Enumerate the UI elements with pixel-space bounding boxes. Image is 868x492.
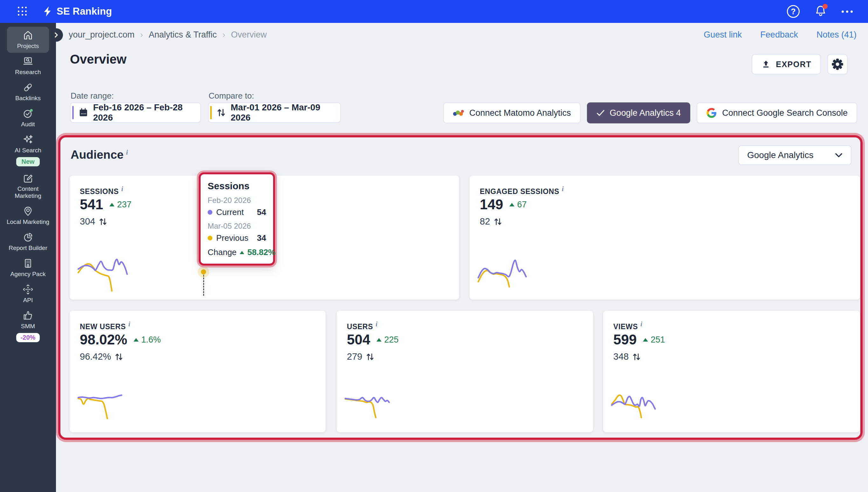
export-label: EXPORT bbox=[776, 60, 811, 69]
sparkles-icon bbox=[23, 134, 33, 145]
metric-value: 98.02% bbox=[80, 332, 127, 348]
breadcrumb-project[interactable]: your_project.com bbox=[69, 30, 134, 40]
swap-values-icon[interactable] bbox=[366, 352, 374, 361]
info-icon[interactable]: i bbox=[562, 185, 564, 193]
chart-hover-point bbox=[201, 269, 206, 274]
triangle-up-icon bbox=[109, 203, 114, 206]
triangle-up-icon bbox=[643, 338, 648, 342]
tooltip-current-label: Current bbox=[216, 207, 244, 217]
gear-icon bbox=[831, 58, 844, 71]
sidebar-item-smm[interactable]: SMM -20% bbox=[4, 307, 52, 345]
triangle-up-icon bbox=[133, 338, 138, 342]
chevron-down-icon bbox=[835, 153, 843, 158]
sidebar-item-label: Research bbox=[15, 69, 41, 76]
export-button[interactable]: EXPORT bbox=[751, 54, 821, 74]
guest-link[interactable]: Guest link bbox=[704, 30, 742, 40]
metric-card-sessions: SESSIONSi 541237 304 Sessions Feb-20 202… bbox=[70, 176, 459, 300]
apps-grid-icon[interactable] bbox=[18, 7, 27, 16]
sidebar-item-ai-search[interactable]: AI Search New bbox=[4, 131, 52, 170]
sidebar-item-label: Audit bbox=[21, 121, 35, 128]
google-analytics-4-button[interactable]: Google Analytics 4 bbox=[587, 102, 691, 123]
users-line-chart[interactable] bbox=[344, 379, 392, 427]
sidebar-item-label: Report Builder bbox=[8, 245, 47, 251]
sidebar-collapse-button[interactable] bbox=[50, 28, 63, 42]
sidebar-item-local-marketing[interactable]: Local Marketing bbox=[4, 203, 52, 229]
metric-label: VIEWS bbox=[613, 322, 638, 331]
info-icon[interactable]: i bbox=[126, 149, 128, 156]
brand-name: SE Ranking bbox=[57, 6, 112, 17]
swap-values-icon[interactable] bbox=[632, 352, 641, 361]
compare-value: Mar-01 2026 – Mar-09 2026 bbox=[231, 102, 334, 123]
compare-picker[interactable]: Mar-01 2026 – Mar-09 2026 bbox=[208, 102, 341, 123]
metric-secondary-value: 348 bbox=[613, 351, 629, 362]
sessions-line-chart[interactable] bbox=[77, 246, 128, 297]
info-icon[interactable]: i bbox=[376, 320, 377, 328]
swap-values-icon[interactable] bbox=[494, 217, 502, 226]
tooltip-change-label: Change bbox=[208, 247, 236, 257]
connect-matomo-button[interactable]: Connect Matomo Analytics bbox=[443, 102, 581, 123]
chart-hover-line bbox=[203, 275, 204, 296]
more-menu-icon[interactable] bbox=[842, 10, 853, 13]
notes-link[interactable]: Notes (41) bbox=[816, 30, 857, 40]
new-users-line-chart[interactable] bbox=[77, 379, 125, 427]
sidebar-item-label: Local Marketing bbox=[7, 219, 49, 225]
sidebar-item-projects[interactable]: Projects bbox=[7, 27, 49, 53]
research-icon bbox=[23, 56, 33, 67]
info-icon[interactable]: i bbox=[121, 185, 123, 193]
google-g-icon bbox=[706, 107, 717, 118]
connect-search-console-button[interactable]: Connect Google Search Console bbox=[697, 102, 857, 123]
feedback-link[interactable]: Feedback bbox=[760, 30, 798, 40]
tooltip-previous-date: Mar-05 2026 bbox=[208, 222, 266, 230]
map-pin-icon bbox=[23, 206, 33, 217]
sidebar-item-api[interactable]: API bbox=[4, 281, 52, 307]
breadcrumb-section[interactable]: Analytics & Traffic bbox=[149, 30, 217, 40]
previous-series-dot bbox=[208, 236, 212, 241]
views-line-chart[interactable] bbox=[611, 379, 659, 427]
triangle-up-icon bbox=[509, 203, 514, 206]
metric-delta: 225 bbox=[377, 335, 399, 345]
info-icon[interactable]: i bbox=[128, 320, 130, 328]
se-ranking-logo[interactable]: SE Ranking bbox=[43, 6, 112, 17]
notifications-bell-icon[interactable] bbox=[814, 4, 827, 19]
breadcrumb-separator: › bbox=[140, 30, 143, 40]
metric-card-engaged-sessions: ENGAGED SESSIONSi 14967 82 bbox=[469, 176, 860, 300]
connect-matomo-label: Connect Matomo Analytics bbox=[469, 108, 571, 118]
metric-label: USERS bbox=[347, 322, 373, 331]
tooltip-previous-value: 34 bbox=[257, 233, 266, 243]
sidebar-item-research[interactable]: Research bbox=[4, 53, 52, 79]
breadcrumb: your_project.com › Analytics & Traffic ›… bbox=[69, 30, 267, 40]
metric-card-views: VIEWSi 599251 348 bbox=[603, 311, 860, 432]
sidebar-item-audit[interactable]: Audit bbox=[4, 105, 52, 131]
chart-tooltip-annotation-highlight: Sessions Feb-20 2026 Current54 Mar-05 20… bbox=[199, 172, 275, 266]
help-icon[interactable]: ? bbox=[787, 5, 800, 18]
info-icon[interactable]: i bbox=[640, 320, 642, 328]
audience-section-annotation-highlight: Audiencei Google Analytics SESSIONSi 541… bbox=[58, 135, 863, 440]
building-icon bbox=[23, 258, 33, 269]
sidebar-item-backlinks[interactable]: Backlinks bbox=[4, 79, 52, 105]
tooltip-change-value: 58.82% bbox=[247, 247, 275, 257]
sidebar: Projects Research Backlinks Audit AI Sea… bbox=[0, 23, 56, 492]
settings-button[interactable] bbox=[827, 54, 848, 74]
connect-search-console-label: Connect Google Search Console bbox=[722, 108, 848, 118]
analytics-source-value: Google Analytics bbox=[747, 150, 814, 160]
metric-value: 504 bbox=[347, 332, 370, 348]
sidebar-item-report-builder[interactable]: Report Builder bbox=[4, 229, 52, 255]
sidebar-item-content-marketing[interactable]: Content Marketing bbox=[4, 170, 52, 203]
tooltip-previous-label: Previous bbox=[216, 233, 248, 243]
engaged-sessions-line-chart[interactable] bbox=[477, 246, 528, 297]
pie-chart-icon bbox=[23, 232, 33, 243]
sidebar-item-agency-pack[interactable]: Agency Pack bbox=[4, 255, 52, 281]
matomo-icon bbox=[453, 109, 464, 117]
metric-secondary-value: 304 bbox=[80, 216, 95, 227]
check-icon bbox=[596, 109, 605, 116]
swap-values-icon[interactable] bbox=[115, 352, 123, 361]
date-range-picker[interactable]: Feb-16 2026 – Feb-28 2026 bbox=[70, 102, 201, 123]
swap-values-icon[interactable] bbox=[99, 217, 107, 226]
metric-card-users: USERSi 504225 279 bbox=[337, 311, 593, 432]
discount-badge: -20% bbox=[16, 333, 40, 342]
analytics-source-select[interactable]: Google Analytics bbox=[738, 145, 851, 165]
metric-value: 149 bbox=[480, 197, 503, 213]
compare-label: Compare to: bbox=[209, 91, 254, 101]
metric-label: SESSIONS bbox=[80, 187, 119, 196]
home-icon bbox=[23, 30, 33, 41]
